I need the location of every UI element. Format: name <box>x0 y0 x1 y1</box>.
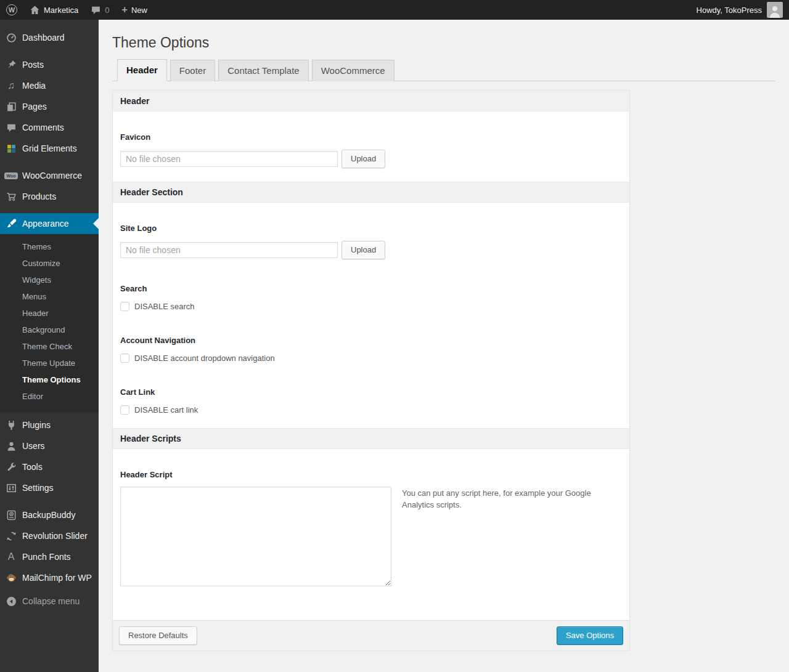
tab-header[interactable]: Header <box>117 59 167 81</box>
site-name: Marketica <box>44 6 78 15</box>
sidebar-item-backupbuddy[interactable]: BackupBuddy <box>0 504 99 525</box>
site-logo-file-input[interactable] <box>120 242 338 258</box>
theme-options-tabs: Header Footer Contact Template WooCommer… <box>112 59 775 81</box>
media-note-icon: ♫ <box>5 80 17 91</box>
wrench-icon <box>5 462 17 472</box>
disable-account-nav-label: DISABLE account dropdown navigation <box>134 354 275 363</box>
sidebar-item-media[interactable]: ♫ Media <box>0 75 99 96</box>
woocommerce-badge-icon: Woo <box>5 172 17 179</box>
howdy-text: Howdy, TokoPress <box>697 6 762 15</box>
submenu-header[interactable]: Header <box>0 305 99 322</box>
tab-contact-template[interactable]: Contact Template <box>218 60 308 81</box>
new-label: New <box>131 6 147 15</box>
site-logo-upload-button[interactable]: Upload <box>341 241 385 259</box>
sidebar-item-appearance[interactable]: Appearance <box>0 213 99 234</box>
wordpress-menu[interactable]: W <box>0 0 23 20</box>
submenu-theme-check[interactable]: Theme Check <box>0 338 99 355</box>
plus-icon: + <box>122 5 128 15</box>
pushpin-icon <box>5 60 17 70</box>
current-menu-arrow <box>93 218 99 229</box>
sidebar-item-dashboard[interactable]: Dashboard <box>0 27 99 48</box>
backup-drive-icon <box>5 510 17 520</box>
sidebar-item-revolution-slider[interactable]: Revolution Slider <box>0 525 99 546</box>
collapse-menu-button[interactable]: Collapse menu <box>0 591 99 612</box>
admin-sidebar: Dashboard Posts ♫ Media Pages Comments <box>0 20 99 672</box>
mailchimp-monkey-icon <box>5 573 17 583</box>
sidebar-item-tools[interactable]: Tools <box>0 456 99 477</box>
restore-defaults-button[interactable]: Restore Defaults <box>119 626 197 645</box>
comments-bubble-link[interactable]: 0 <box>84 0 115 20</box>
sidebar-item-plugins[interactable]: Plugins <box>0 415 99 435</box>
plug-icon <box>5 420 17 431</box>
disable-search-checkbox[interactable] <box>120 302 129 311</box>
wordpress-logo-icon: W <box>6 4 17 15</box>
tab-woocommerce[interactable]: WooCommerce <box>312 60 394 81</box>
appearance-submenu: Themes Customize Widgets Menus Header Ba… <box>0 234 99 412</box>
sidebar-item-products[interactable]: Products <box>0 186 99 207</box>
section-header-section: Header Section <box>113 182 629 203</box>
comment-bubble-icon <box>5 123 17 133</box>
favicon-upload-button[interactable]: Upload <box>341 150 385 168</box>
disable-search-label: DISABLE search <box>134 302 195 311</box>
submenu-theme-options[interactable]: Theme Options <box>0 371 99 388</box>
account-menu[interactable]: Howdy, TokoPress <box>697 2 789 18</box>
page-title: Theme Options <box>112 34 775 52</box>
site-name-link[interactable]: Marketica <box>23 0 84 20</box>
theme-options-panel: Header Favicon Upload Header Section Sit… <box>112 90 630 651</box>
submenu-background[interactable]: Background <box>0 322 99 338</box>
refresh-arrows-icon <box>5 531 17 541</box>
section-header-scripts: Header Scripts <box>113 428 629 449</box>
header-script-label: Header Script <box>120 470 622 479</box>
avatar <box>767 2 783 18</box>
submenu-themes[interactable]: Themes <box>0 238 99 255</box>
section-header: Header <box>113 91 629 111</box>
sidebar-item-posts[interactable]: Posts <box>0 54 99 75</box>
disable-cart-link-label: DISABLE cart link <box>134 405 198 415</box>
collapse-arrow-icon <box>5 596 17 607</box>
comment-count: 0 <box>105 6 109 15</box>
sidebar-item-pages[interactable]: Pages <box>0 96 99 117</box>
account-navigation-label: Account Navigation <box>120 336 622 345</box>
cart-icon <box>5 192 17 202</box>
panel-footer: Restore Defaults Save Options <box>113 620 629 650</box>
disable-account-nav-checkbox[interactable] <box>120 354 129 363</box>
favicon-label: Favicon <box>120 132 622 142</box>
save-options-button[interactable]: Save Options <box>557 626 623 645</box>
sliders-icon <box>5 483 17 493</box>
header-script-help: You can put any script here, for example… <box>402 488 593 511</box>
home-icon <box>30 5 40 15</box>
letter-a-icon: A <box>5 551 17 562</box>
sidebar-item-woocommerce[interactable]: Woo WooCommerce <box>0 165 99 186</box>
search-label: Search <box>120 284 622 293</box>
admin-bar: W Marketica 0 + New Howdy, TokoPress <box>0 0 789 20</box>
header-script-textarea[interactable] <box>120 487 391 586</box>
sidebar-item-settings[interactable]: Settings <box>0 477 99 498</box>
pages-icon <box>5 102 17 112</box>
submenu-theme-update[interactable]: Theme Update <box>0 355 99 371</box>
submenu-widgets[interactable]: Widgets <box>0 272 99 288</box>
user-icon <box>5 441 17 451</box>
grid-elements-icon <box>5 144 17 154</box>
sidebar-item-users[interactable]: Users <box>0 435 99 456</box>
sidebar-item-mailchimp[interactable]: MailChimp for WP <box>0 567 99 588</box>
sidebar-item-comments[interactable]: Comments <box>0 117 99 138</box>
comment-bubble-icon <box>91 5 101 15</box>
submenu-customize[interactable]: Customize <box>0 255 99 272</box>
submenu-menus[interactable]: Menus <box>0 288 99 305</box>
cart-link-label: Cart Link <box>120 387 622 397</box>
paintbrush-icon <box>5 219 17 229</box>
sidebar-item-grid-elements[interactable]: Grid Elements <box>0 138 99 159</box>
disable-cart-link-checkbox[interactable] <box>120 405 129 415</box>
tab-footer[interactable]: Footer <box>170 60 215 81</box>
new-content-link[interactable]: + New <box>116 0 153 20</box>
favicon-file-input[interactable] <box>120 151 338 167</box>
submenu-editor[interactable]: Editor <box>0 388 99 405</box>
site-logo-label: Site Logo <box>120 224 622 233</box>
dashboard-gauge-icon <box>5 33 17 43</box>
sidebar-item-punch-fonts[interactable]: A Punch Fonts <box>0 546 99 567</box>
